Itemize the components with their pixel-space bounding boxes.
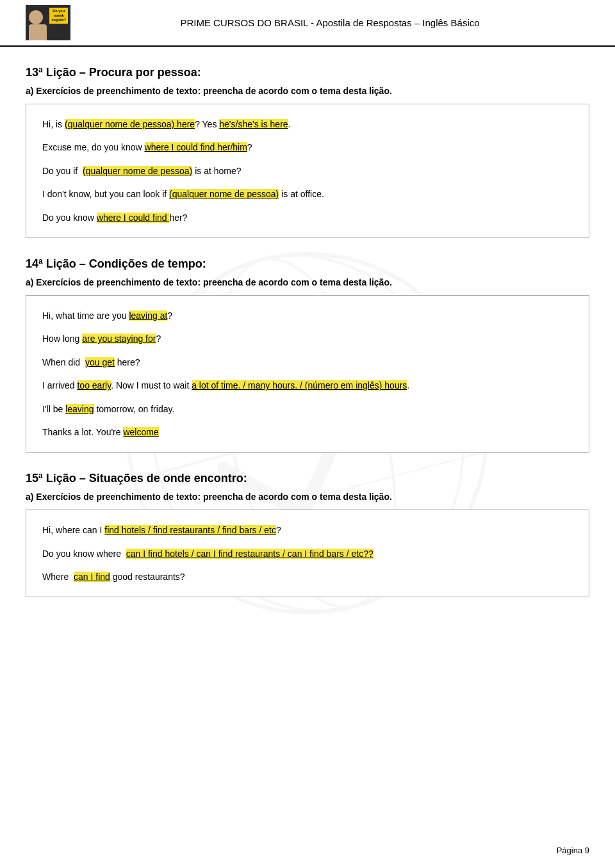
page-footer: Página 9 [557,846,589,855]
section13-line1: Hi, is (qualquer nome de pessoa) here? Y… [42,117,573,131]
section15-exercise-box: Hi, where can I find hotels / find resta… [26,510,589,597]
section14-highlight5: a lot of time. / many hours. / (número e… [192,380,407,390]
section13-highlight6: where I could find [97,213,170,223]
section13-highlight5: (qualquer nome de pessoa) [169,189,279,199]
section14-line4: I arrived too early. Now I must to wait … [42,378,573,392]
section15-line3: Where can I find good restaurants? [42,570,573,584]
section14-line1: Hi, what time are you leaving at? [42,309,573,323]
section13-highlight3: where I could find her/him [145,142,247,152]
section14-highlight2: are you staying for [82,334,156,344]
section15-heading: 15ª Lição – Situações de onde encontro: [26,472,589,485]
section13-exercise-box: Hi, is (qualquer nome de pessoa) here? Y… [26,104,589,238]
section14-highlight4: too early [77,380,111,390]
section15-line2: Do you know where can I find hotels / ca… [42,547,573,561]
section14-line2: How long are you staying for? [42,332,573,346]
section15-highlight1: find hotels / find restaurants / find ba… [104,525,276,535]
section14-exercise-box: Hi, what time are you leaving at? How lo… [26,295,589,453]
section15-subheading: a) Exercícios de preenchimento de texto:… [26,492,589,502]
section14-line6: Thanks a lot. You're welcome [42,425,573,439]
section13-highlight1: (qualquer nome de pessoa) here [65,119,195,129]
section14-highlight6: leaving [65,404,94,414]
logo: Do youspeakenglish? [26,5,70,40]
section14-highlight1: leaving at [129,310,167,321]
section14-subheading: a) Exercícios de preenchimento de texto:… [26,277,589,287]
section15-highlight2: can I find hotels / can I find restauran… [126,549,373,559]
header-title: PRIME CURSOS DO BRASIL - Apostila de Res… [70,17,589,28]
section13-line3: Do you if (qualquer nome de pessoa) is a… [42,164,573,178]
section14-heading: 14ª Lição – Condições de tempo: [26,257,589,271]
section13-line5: Do you know where I could find her? [42,211,573,225]
page-header: Do youspeakenglish? PRIME CURSOS DO BRAS… [0,0,615,47]
section15-highlight3: can I find [74,572,110,582]
section13-highlight2: he's/she's is here [219,119,288,129]
section13-line2: Excuse me, do you know where I could fin… [42,140,573,154]
section14-line5: I'll be leaving tomorrow, on friday. [42,402,573,416]
section14-highlight7: welcome [123,427,158,437]
section14-line3: When did you get here? [42,355,573,369]
section13-line4: I don't know, but you can look if (qualq… [42,187,573,201]
main-content: 13ª Lição – Procura por pessoa: a) Exerc… [0,66,615,597]
section13-highlight4: (qualquer nome de pessoa) [83,166,192,176]
section15-line1: Hi, where can I find hotels / find resta… [42,523,573,537]
page: Do youspeakenglish? PRIME CURSOS DO BRAS… [0,0,615,868]
page-number: Página 9 [557,846,589,855]
section14-highlight3: you get [85,357,115,367]
section13-heading: 13ª Lição – Procura por pessoa: [26,66,589,79]
section13-subheading: a) Exercícios de preenchimento de texto:… [26,86,589,96]
